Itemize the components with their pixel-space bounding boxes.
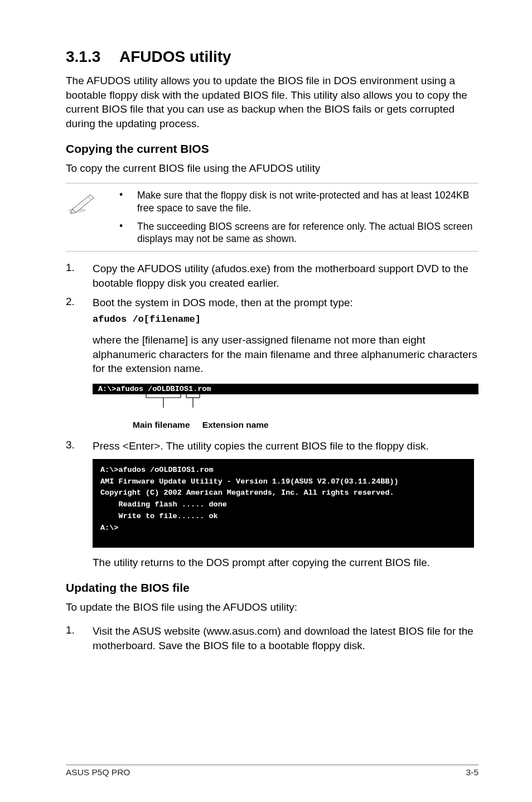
footer-left: ASUS P5Q PRO [66, 767, 130, 777]
section-number: 3.1.3 [66, 48, 119, 66]
diagram-labels: Main filename Extension name [93, 420, 478, 430]
page: 3.1.3AFUDOS utility The AFUDOS utility a… [0, 0, 532, 802]
note-pencil-icon [66, 189, 119, 245]
extension-name-label: Extension name [202, 420, 269, 430]
steps-list: 1. Copy the AFUDOS utility (afudos.exe) … [66, 262, 478, 326]
step-item: 2. Boot the system in DOS mode, then at … [66, 296, 478, 326]
command-text: afudos /o[filename] [93, 313, 478, 326]
filename-diagram [93, 394, 478, 413]
section-heading: 3.1.3AFUDOS utility [66, 48, 478, 66]
copying-lead: To copy the current BIOS file using the … [66, 161, 478, 176]
after-terminal-paragraph: The utility returns to the DOS prompt af… [93, 555, 478, 570]
note-item: • The succeeding BIOS screens are for re… [119, 220, 478, 246]
step-item: 1. Copy the AFUDOS utility (afudos.exe) … [66, 262, 478, 290]
step-number: 3. [66, 439, 93, 453]
note-text: The succeeding BIOS screens are for refe… [137, 220, 478, 246]
updating-heading: Updating the BIOS file [66, 581, 478, 595]
note-item: • Make sure that the floppy disk is not … [119, 189, 478, 215]
footer-right: 3-5 [466, 767, 478, 777]
step-item: 3. Press <Enter>. The utility copies the… [66, 439, 478, 453]
step-content: Boot the system in DOS mode, then at the… [93, 296, 478, 326]
code-strip: A:\>afudos /oOLDBIOS1.rom [93, 384, 478, 394]
step-number: 1. [66, 262, 93, 290]
intro-paragraph: The AFUDOS utility allows you to update … [66, 74, 478, 131]
step-text: Press <Enter>. The utility copies the cu… [93, 439, 478, 453]
copying-heading: Copying the current BIOS [66, 142, 478, 156]
page-footer: ASUS P5Q PRO 3-5 [66, 765, 478, 777]
step-text: Visit the ASUS website (www.asus.com) an… [93, 624, 478, 653]
step-number: 1. [66, 624, 93, 653]
steps-list-3: 3. Press <Enter>. The utility copies the… [66, 439, 478, 453]
note-list: • Make sure that the floppy disk is not … [119, 189, 478, 245]
terminal-output: A:\>afudos /oOLDBIOS1.rom AMI Firmware U… [93, 459, 474, 548]
bullet-icon: • [119, 189, 137, 215]
step-text: Boot the system in DOS mode, then at the… [93, 297, 353, 308]
main-filename-label: Main filename [133, 420, 190, 430]
step-item: 1. Visit the ASUS website (www.asus.com)… [66, 624, 478, 653]
updating-lead: To update the BIOS file using the AFUDOS… [66, 600, 478, 615]
updating-steps: 1. Visit the ASUS website (www.asus.com)… [66, 624, 478, 653]
step-text: Copy the AFUDOS utility (afudos.exe) fro… [93, 262, 478, 290]
bullet-icon: • [119, 220, 137, 246]
section-title-text: AFUDOS utility [119, 48, 231, 65]
where-paragraph: where the [filename] is any user-assigne… [93, 333, 478, 376]
note-text: Make sure that the floppy disk is not wr… [137, 189, 478, 215]
note-block: • Make sure that the floppy disk is not … [66, 183, 478, 252]
step-number: 2. [66, 296, 93, 326]
